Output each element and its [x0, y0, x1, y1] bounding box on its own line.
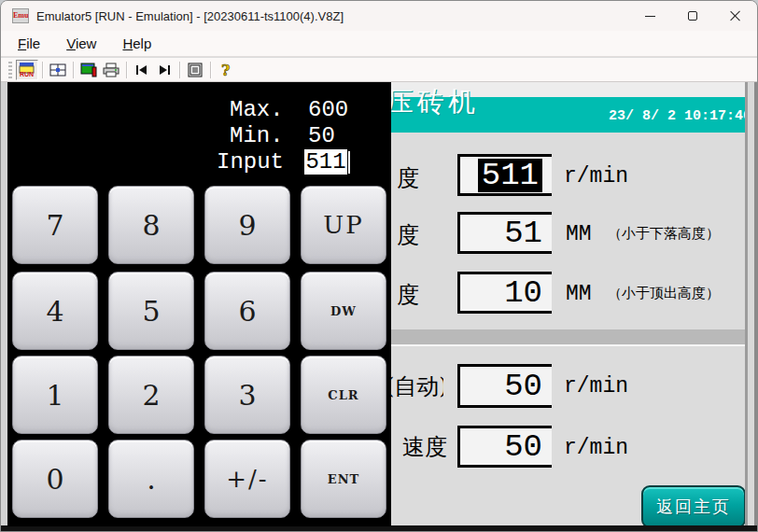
toolbar-separator: [210, 62, 211, 78]
document-list-button[interactable]: [184, 60, 206, 80]
menu-bar: File View Help: [1, 31, 757, 57]
minimize-icon: [645, 16, 655, 17]
field-1-unit: r/min: [564, 164, 628, 189]
step-forward-icon: [158, 64, 171, 76]
menu-help[interactable]: Help: [113, 35, 161, 51]
window-frame-bottom: [1, 525, 758, 532]
screen-monitor-button[interactable]: [77, 60, 100, 80]
close-button[interactable]: [714, 1, 757, 31]
fit-window-button[interactable]: [47, 60, 69, 80]
toolbar: RUN: [1, 58, 757, 82]
field-4-value: 50: [504, 371, 542, 402]
document-list-icon: [188, 63, 203, 77]
key-4[interactable]: 4: [12, 272, 98, 350]
field-5-value-box[interactable]: 50: [457, 426, 552, 468]
keypad-text-cursor: [348, 151, 350, 174]
run-mode-icon: RUN: [19, 62, 35, 77]
keypad-max-value: 600: [308, 97, 348, 122]
keypad-input-line: Input 511: [217, 149, 350, 175]
numeric-keypad: Max. 600 Min. 50 Input 511 7 8 9 UP 4 5 …: [7, 82, 391, 526]
keypad-input-label: Input: [217, 149, 284, 175]
field-1-value: 511: [478, 159, 542, 192]
field-5-label: 速度: [402, 432, 456, 462]
step-back-icon: [135, 64, 148, 76]
toolbar-separator: [179, 62, 180, 78]
window-title: Emulator5 [RUN - Emulation] - [20230611-…: [36, 9, 344, 23]
emulator-window: Emu Emulator5 [RUN - Emulation] - [20230…: [0, 0, 758, 532]
return-home-button[interactable]: 返回主页: [641, 485, 746, 528]
print-button[interactable]: [100, 60, 122, 80]
field-3-value: 10: [504, 277, 542, 309]
keypad-input-value: 511: [304, 149, 346, 175]
maximize-button[interactable]: [671, 1, 714, 31]
title-bar: Emu Emulator5 [RUN - Emulation] - [20230…: [1, 1, 757, 31]
field-2-value-box[interactable]: 51: [457, 212, 552, 254]
key-down[interactable]: DW: [301, 272, 386, 350]
print-icon: [103, 63, 119, 77]
toolbar-separator: [73, 62, 74, 78]
run-mode-button[interactable]: RUN: [16, 60, 38, 80]
window-frame-right: [745, 82, 758, 532]
menu-file[interactable]: File: [8, 35, 49, 51]
app-icon: Emu: [12, 8, 29, 23]
keypad-min-line: Min. 50: [230, 123, 335, 148]
help-button[interactable]: ?: [215, 60, 237, 80]
key-6[interactable]: 6: [204, 272, 290, 350]
field-2-note: （小于下落高度）: [608, 225, 720, 243]
field-3-note: （小于顶出高度）: [608, 285, 720, 302]
key-decimal[interactable]: .: [108, 440, 194, 518]
field-3-label: 度: [397, 280, 430, 310]
toolbar-separator: [42, 62, 43, 78]
help-icon: ?: [219, 62, 232, 78]
key-1[interactable]: 1: [12, 356, 98, 434]
keypad-max-label: Max.: [230, 97, 284, 122]
key-2[interactable]: 2: [108, 356, 194, 434]
key-8[interactable]: 8: [108, 186, 194, 264]
menu-view[interactable]: View: [57, 35, 105, 51]
field-5-unit: r/min: [564, 436, 628, 460]
close-icon: [730, 10, 741, 21]
window-frame-left: [1, 82, 7, 532]
key-up[interactable]: UP: [301, 186, 386, 264]
screen-monitor-icon: [80, 63, 97, 77]
key-5[interactable]: 5: [108, 272, 194, 350]
field-4-value-box[interactable]: 50: [457, 364, 552, 408]
field-1-label: 度: [397, 163, 430, 193]
svg-text:?: ?: [221, 62, 230, 78]
step-forward-button[interactable]: [153, 60, 175, 80]
hmi-datetime: 23/ 8/ 2 10:17:40: [609, 108, 751, 124]
step-back-button[interactable]: [131, 60, 153, 80]
field-2-unit: MM: [566, 222, 592, 246]
field-4-unit: r/min: [564, 374, 628, 399]
field-3-value-box[interactable]: 10: [457, 272, 552, 314]
fit-window-icon: [49, 63, 66, 77]
field-5-value: 50: [504, 431, 542, 463]
key-7[interactable]: 7: [12, 186, 98, 264]
keypad-min-value: 50: [308, 123, 335, 148]
field-1-value-box[interactable]: 511: [457, 154, 552, 196]
key-3[interactable]: 3: [204, 356, 290, 434]
hmi-page-title: 压砖机: [386, 84, 479, 121]
field-3-unit: MM: [566, 282, 592, 306]
key-enter[interactable]: ENT: [301, 440, 386, 518]
keypad-max-line: Max. 600: [230, 97, 348, 122]
key-clear[interactable]: CLR: [301, 356, 386, 434]
hmi-screen: 压砖机 23/ 8/ 2 10:17:40 度 511 r/min 度 51 M…: [1, 82, 758, 532]
maximize-icon: [688, 11, 697, 21]
field-4-label: (自动): [386, 371, 443, 401]
key-plus-minus[interactable]: +/-: [204, 440, 290, 518]
minimize-button[interactable]: [628, 1, 671, 31]
key-9[interactable]: 9: [204, 186, 290, 264]
toolbar-separator: [126, 62, 127, 78]
toolbar-grip: [8, 62, 12, 78]
svg-text:RUN: RUN: [20, 71, 34, 77]
keypad-min-label: Min.: [230, 123, 284, 148]
field-2-label: 度: [397, 220, 430, 250]
field-2-value: 51: [504, 217, 542, 249]
key-0[interactable]: 0: [12, 440, 98, 518]
